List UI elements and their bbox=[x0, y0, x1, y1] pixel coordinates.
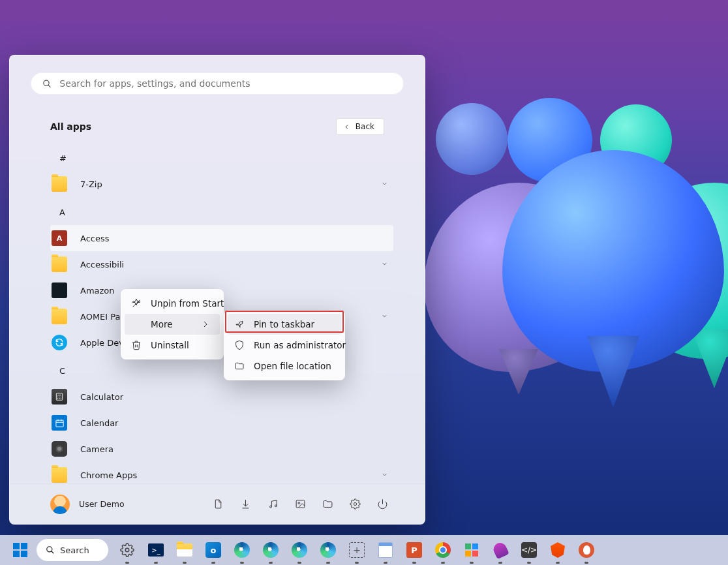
folder-icon bbox=[52, 467, 67, 483]
app-7zip[interactable]: 7-Zip bbox=[50, 171, 393, 197]
sync-icon bbox=[52, 335, 67, 350]
duckduckgo-icon bbox=[579, 542, 594, 558]
svg-point-9 bbox=[61, 399, 61, 399]
app-label: Chrome Apps bbox=[80, 470, 137, 480]
svg-rect-29 bbox=[472, 551, 478, 557]
start-button[interactable] bbox=[8, 539, 33, 561]
devhome-icon: </> bbox=[521, 542, 537, 558]
ctx-run-admin[interactable]: Run as administrator bbox=[228, 335, 341, 356]
unpin-icon bbox=[131, 298, 142, 309]
taskbar-edge[interactable] bbox=[230, 539, 254, 561]
taskbar-duckduckgo[interactable] bbox=[574, 539, 599, 561]
ctx-pin-taskbar[interactable]: Pin to taskbar bbox=[228, 314, 341, 335]
context-menu-app: Unpin from Start More Uninstall bbox=[121, 289, 224, 359]
ctx-uninstall[interactable]: Uninstall bbox=[125, 335, 220, 356]
paint-icon bbox=[491, 541, 509, 559]
section-a[interactable]: A bbox=[50, 197, 393, 225]
chrome-icon bbox=[435, 542, 451, 558]
chevron-right-icon bbox=[200, 319, 211, 329]
search-box[interactable] bbox=[31, 72, 404, 95]
svg-rect-28 bbox=[465, 551, 471, 557]
documents-icon[interactable] bbox=[212, 498, 224, 510]
search-icon bbox=[46, 545, 55, 555]
gear-icon bbox=[120, 543, 134, 557]
app-camera[interactable]: Camera bbox=[50, 436, 393, 462]
app-accessibility[interactable]: Accessibili bbox=[50, 251, 393, 277]
app-calculator[interactable]: Calculator bbox=[50, 384, 393, 410]
taskbar-file-explorer[interactable] bbox=[172, 539, 197, 561]
username[interactable]: User Demo bbox=[79, 499, 125, 509]
calendar-icon bbox=[52, 415, 67, 431]
svg-point-7 bbox=[57, 399, 58, 399]
chevron-down-icon bbox=[381, 312, 388, 322]
amazon-icon bbox=[52, 282, 67, 298]
svg-rect-26 bbox=[465, 543, 471, 549]
svg-point-4 bbox=[57, 397, 58, 397]
taskbar-snipping-tool[interactable] bbox=[344, 539, 369, 561]
svg-line-22 bbox=[133, 300, 140, 307]
shield-icon bbox=[234, 340, 245, 350]
app-access[interactable]: A Access bbox=[50, 225, 393, 251]
all-apps-title: All apps bbox=[50, 121, 91, 132]
power-icon[interactable] bbox=[376, 498, 388, 510]
edge-icon bbox=[234, 542, 250, 558]
ctx-more[interactable]: More bbox=[125, 314, 220, 335]
search-input[interactable] bbox=[59, 78, 392, 89]
powertoys-icon bbox=[464, 542, 479, 558]
trash-icon bbox=[131, 340, 142, 350]
file-explorer-icon[interactable] bbox=[322, 498, 333, 510]
settings-icon[interactable] bbox=[349, 498, 361, 510]
taskbar-brave[interactable] bbox=[545, 539, 570, 561]
taskbar-edge-canary[interactable] bbox=[316, 539, 341, 561]
music-icon[interactable] bbox=[267, 498, 279, 510]
user-avatar[interactable] bbox=[50, 495, 70, 514]
outlook-icon: o bbox=[205, 542, 221, 558]
taskbar-edge-beta[interactable] bbox=[258, 539, 283, 561]
ctx-label: Unpin from Start bbox=[151, 298, 224, 309]
folder-icon bbox=[52, 176, 67, 192]
app-calendar[interactable]: Calendar bbox=[50, 410, 393, 436]
taskbar-paint[interactable] bbox=[488, 539, 513, 561]
notepad-icon bbox=[378, 542, 393, 558]
back-label: Back bbox=[356, 122, 374, 131]
ctx-label: More bbox=[151, 319, 172, 329]
start-menu-footer: User Demo bbox=[10, 483, 425, 524]
camera-icon bbox=[52, 441, 67, 457]
downloads-icon[interactable] bbox=[239, 498, 251, 510]
taskbar-powerpoint[interactable]: P bbox=[402, 539, 427, 561]
taskbar: Search >_ o P </> bbox=[0, 535, 728, 565]
taskbar-notepad[interactable] bbox=[373, 539, 398, 561]
taskbar-powertoys[interactable] bbox=[459, 539, 484, 561]
svg-point-16 bbox=[269, 506, 271, 508]
taskbar-outlook[interactable]: o bbox=[201, 539, 226, 561]
taskbar-search[interactable]: Search bbox=[37, 539, 108, 561]
app-label: Access bbox=[80, 234, 110, 243]
ctx-label: Run as administrator bbox=[254, 340, 346, 350]
svg-rect-18 bbox=[296, 500, 305, 508]
chevron-left-icon bbox=[343, 123, 350, 130]
back-button[interactable]: Back bbox=[336, 118, 384, 135]
taskbar-chrome[interactable] bbox=[431, 539, 455, 561]
taskbar-terminal[interactable]: >_ bbox=[144, 539, 168, 561]
svg-point-8 bbox=[59, 399, 60, 399]
taskbar-devhome[interactable]: </> bbox=[517, 539, 541, 561]
section-hash[interactable]: # bbox=[50, 140, 393, 171]
app-label: Camera bbox=[80, 444, 114, 454]
taskbar-edge-dev[interactable] bbox=[287, 539, 312, 561]
pictures-icon[interactable] bbox=[294, 498, 306, 510]
chevron-down-icon bbox=[381, 179, 388, 189]
ctx-label: Pin to taskbar bbox=[254, 319, 314, 329]
access-icon: A bbox=[52, 230, 67, 246]
svg-rect-27 bbox=[472, 543, 478, 549]
svg-point-6 bbox=[61, 397, 61, 397]
app-chrome-apps[interactable]: Chrome Apps bbox=[50, 462, 393, 483]
ctx-unpin-start[interactable]: Unpin from Start bbox=[125, 293, 220, 314]
app-label: Amazon bbox=[80, 286, 115, 296]
svg-point-20 bbox=[354, 502, 356, 505]
ctx-open-location[interactable]: Open file location bbox=[228, 356, 341, 376]
taskbar-settings[interactable] bbox=[115, 539, 140, 561]
start-menu: All apps Back # 7-Zip A A Access Accessi… bbox=[9, 55, 425, 525]
app-label: Accessibili bbox=[80, 260, 124, 269]
snip-icon bbox=[349, 542, 365, 558]
svg-line-1 bbox=[48, 85, 51, 87]
